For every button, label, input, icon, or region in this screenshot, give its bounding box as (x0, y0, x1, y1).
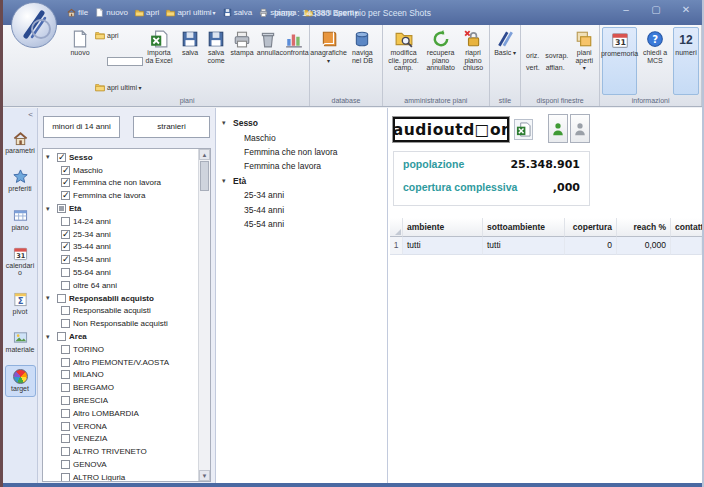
filter-tree-item[interactable]: ALTRO Liguria (43, 471, 197, 482)
expander-icon[interactable] (46, 294, 54, 302)
col-copertura[interactable]: copertura (565, 218, 617, 237)
apri-button[interactable]: apri (95, 30, 139, 40)
expander-icon[interactable] (46, 333, 54, 341)
affian-button[interactable]: affian. (546, 64, 565, 71)
sidebar-item-preferiti[interactable]: preferiti (5, 166, 36, 195)
checkbox[interactable] (61, 434, 70, 443)
sidebar-item-calendario[interactable]: calendario (5, 243, 36, 280)
scroll-up-icon[interactable]: ▲ (199, 149, 210, 160)
menu-apri[interactable]: apri (135, 8, 159, 17)
sovrap-button[interactable]: sovrap. (545, 52, 568, 59)
anagrafiche-button[interactable]: anagrafiche (312, 27, 345, 95)
filter-tree-item[interactable]: MILANO (43, 369, 197, 382)
selection-tree-item[interactable]: Maschio (216, 130, 387, 144)
sidebar-item-target[interactable]: target (5, 365, 36, 396)
maximize-button[interactable]: ▢ (648, 4, 664, 15)
checkbox[interactable] (61, 422, 70, 431)
checkbox[interactable] (61, 396, 70, 405)
minimize-button[interactable]: – (618, 4, 634, 15)
nuovo-button[interactable]: nuovo (67, 27, 93, 95)
sidebar-item-piano[interactable]: piano (5, 205, 36, 234)
filter-tree-item[interactable]: BERGAMO (43, 381, 197, 394)
checkbox[interactable] (57, 332, 66, 341)
expander-icon[interactable] (222, 177, 230, 185)
filter-tree-item[interactable]: Area (43, 330, 197, 343)
recent-plan-combo[interactable] (107, 57, 143, 66)
menu-nuovo[interactable]: nuovo (95, 8, 128, 17)
piani-aperti-button[interactable]: piani aperti (571, 27, 597, 95)
oriz-button[interactable]: oriz. (526, 52, 539, 59)
selection-tree-item[interactable]: 25-34 anni (216, 188, 387, 202)
sidebar-item-materiale[interactable]: materiale (5, 327, 36, 356)
menu-salva[interactable]: salva (223, 8, 253, 17)
annulla-button[interactable]: annulla (255, 27, 281, 95)
checkbox[interactable] (61, 345, 70, 354)
stranieri-button[interactable]: stranieri (133, 116, 210, 138)
chiedi-a-mcs-button[interactable]: chiedi a MCS (637, 27, 673, 95)
filter-tree-item[interactable]: Sesso (43, 151, 197, 164)
filter-tree-item[interactable]: 14-24 anni (43, 215, 197, 228)
selection-tree-item[interactable]: Femmina che non lavora (216, 145, 387, 159)
checkbox[interactable] (61, 319, 70, 328)
col-ambiente[interactable]: ambiente (403, 218, 483, 237)
filter-tree-item[interactable]: Responsabile acquisti (43, 305, 197, 318)
person-active-button[interactable] (548, 114, 568, 143)
vert-button[interactable]: vert. (526, 64, 540, 71)
sidebar-item-pivot[interactable]: pivot (5, 289, 36, 318)
menu-stampa[interactable]: stampa (259, 8, 296, 17)
menu-piani-aperti[interactable]: piani aperti (304, 8, 358, 17)
close-button[interactable]: ✕ (678, 4, 694, 15)
filter-tree-item[interactable]: GENOVA (43, 458, 197, 471)
checkbox[interactable] (61, 409, 70, 418)
selection-tree-item[interactable]: Età (216, 174, 387, 188)
filter-tree-item[interactable]: 35-44 anni (43, 241, 197, 254)
col-contatti[interactable]: contatti (671, 218, 704, 237)
recupera-piano-button[interactable]: recupera piano annullato (422, 27, 459, 95)
filter-tree-item[interactable]: VERONA (43, 420, 197, 433)
checkbox[interactable] (61, 217, 70, 226)
expander-icon[interactable] (46, 153, 54, 161)
checkbox[interactable] (61, 306, 70, 315)
basic-style-button[interactable]: Basic (492, 27, 518, 95)
filter-tree-item[interactable]: Responsabili acquisto (43, 292, 197, 305)
corner-cell[interactable] (390, 218, 403, 237)
sidebar-item-parametri[interactable]: parametri (5, 128, 36, 157)
filter-tree-item[interactable]: 25-34 anni (43, 228, 197, 241)
checkbox[interactable] (57, 204, 66, 213)
filter-tree-item[interactable]: Femmina che non lavora (43, 177, 197, 190)
export-excel-button[interactable] (514, 119, 533, 140)
salva-button[interactable]: salva (177, 27, 203, 95)
filter-tree-item[interactable]: Femmina che lavora (43, 189, 197, 202)
expander-icon[interactable] (46, 205, 54, 213)
filter-tree-item[interactable]: 45-54 anni (43, 253, 197, 266)
expander-icon[interactable] (222, 119, 230, 127)
selection-tree-item[interactable]: 35-44 anni (216, 202, 387, 216)
checkbox[interactable] (61, 460, 70, 469)
checkbox[interactable] (61, 473, 70, 482)
selection-tree-item[interactable]: Femmina che lavora (216, 159, 387, 173)
filter-tree-item[interactable]: BRESCIA (43, 394, 197, 407)
scrollbar-thumb[interactable] (200, 161, 209, 191)
promemoria-button[interactable]: promemoria (602, 27, 637, 95)
checkbox[interactable] (61, 230, 70, 239)
checkbox[interactable] (61, 370, 70, 379)
salva-come-button[interactable]: salva come (203, 27, 229, 95)
checkbox[interactable] (61, 383, 70, 392)
scroll-down-icon[interactable]: ▼ (199, 470, 210, 481)
checkbox[interactable] (57, 153, 66, 162)
collapse-rail-button[interactable]: < (28, 110, 33, 119)
filter-tree-item[interactable]: Altro PIEMONTE/V.AOSTA (43, 356, 197, 369)
modifica-clie-button[interactable]: modifica clie. prod. camp. (385, 27, 423, 95)
naviga-nel-db-button[interactable]: naviga nel DB (345, 27, 380, 95)
checkbox[interactable] (61, 255, 70, 264)
filter-tree-scrollbar[interactable]: ▲ ▼ (198, 149, 210, 481)
checkbox[interactable] (61, 166, 70, 175)
col-reach[interactable]: reach % (617, 218, 671, 237)
selection-tree-item[interactable]: 45-54 anni (216, 217, 387, 231)
menu-file[interactable]: file (67, 8, 88, 17)
stampa-button[interactable]: stampa (229, 27, 255, 95)
riapri-piano-button[interactable]: riapri piano chiuso (459, 27, 487, 95)
filter-tree-item[interactable]: Maschio (43, 164, 197, 177)
checkbox[interactable] (61, 447, 70, 456)
checkbox[interactable] (61, 358, 70, 367)
